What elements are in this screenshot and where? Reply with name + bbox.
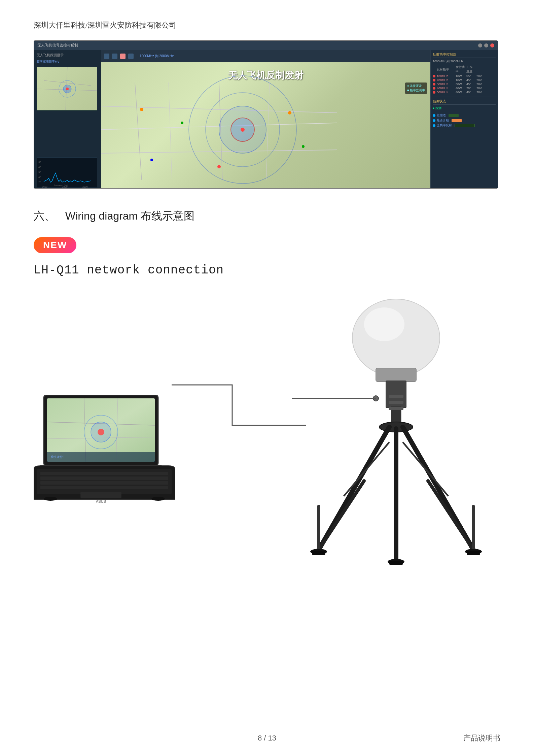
left-panel: 无人飞机探测显示 频率探测频率MV bbox=[34, 50, 101, 188]
table-row-4: 400MHz 40W 28° 28V bbox=[433, 87, 496, 90]
row4-temp: 28° bbox=[466, 87, 475, 90]
ch2-indicator bbox=[452, 119, 462, 122]
mini-map bbox=[37, 67, 97, 110]
svg-point-32 bbox=[217, 165, 221, 168]
table-header-row: 发射频率 发射功率 工作温度 bbox=[433, 65, 496, 74]
table-row-1: 100MHz 10W 55° 28V bbox=[433, 74, 496, 78]
svg-point-26 bbox=[241, 128, 245, 132]
svg-point-29 bbox=[288, 111, 291, 114]
row5-power: 40W bbox=[456, 91, 465, 94]
svg-line-19 bbox=[169, 83, 172, 180]
page-manual: 产品说明书 bbox=[463, 733, 500, 743]
control-freq-range: 1000MHz 到 2000MHz bbox=[433, 59, 496, 64]
svg-rect-51 bbox=[81, 492, 121, 498]
page-container: 深圳大仟里科技/深圳雷火安防科技有限公司 无人飞机信号监控与反制 无人飞机探测显… bbox=[0, 0, 534, 756]
toolbar-btn-1[interactable] bbox=[104, 54, 109, 59]
svg-text:-30: -30 bbox=[38, 161, 41, 163]
control-panel-title: 反射功率控制器 bbox=[433, 52, 496, 58]
section-title: Wiring diagram 布线示意图 bbox=[65, 209, 194, 224]
svg-line-70 bbox=[403, 442, 448, 496]
diagram-container: 系统运行中 ASUS bbox=[34, 291, 500, 594]
maximize-btn[interactable] bbox=[484, 43, 488, 47]
col-freq: 发射频率 bbox=[437, 67, 454, 72]
row2-power: 10W bbox=[456, 78, 465, 82]
connection-wire-svg bbox=[165, 358, 367, 493]
row1-volt: 28V bbox=[476, 74, 482, 78]
map-area: 无人飞机反制发射 bbox=[101, 62, 430, 188]
detect-section: 侦测状态 ● 探测 bbox=[433, 97, 496, 110]
svg-point-28 bbox=[181, 122, 183, 124]
svg-point-30 bbox=[302, 145, 305, 148]
svg-rect-78 bbox=[389, 401, 403, 404]
main-content: 1000MHz 到 2000MHz 无人飞机反制发射 bbox=[101, 50, 430, 188]
svg-line-18 bbox=[135, 83, 142, 180]
svg-rect-48 bbox=[40, 476, 168, 480]
svg-text:-40: -40 bbox=[38, 166, 41, 168]
row4-volt: 28V bbox=[476, 87, 482, 90]
toolbar-btn-2[interactable] bbox=[112, 54, 117, 59]
software-titlebar: 无人飞机信号监控与反制 bbox=[34, 41, 498, 50]
ch3-label: 全功率发射 bbox=[437, 123, 452, 128]
control-panel: 反射功率控制器 1000MHz 到 2000MHz 发射频率 发射功率 工作温度… bbox=[430, 50, 498, 188]
row3-dot bbox=[433, 83, 435, 86]
row4-freq: 400MHz bbox=[437, 87, 454, 90]
network-title: LH-Q11 network connection bbox=[34, 263, 500, 277]
toolbar-freq-range: 1000MHz 到 2000MHz bbox=[140, 54, 174, 59]
row2-dot bbox=[433, 79, 435, 81]
svg-point-5 bbox=[66, 88, 69, 90]
svg-rect-47 bbox=[40, 472, 168, 475]
main-toolbar: 1000MHz 到 2000MHz bbox=[101, 50, 430, 62]
svg-line-67 bbox=[428, 481, 473, 550]
mini-map-svg bbox=[37, 67, 97, 110]
row5-temp: 40° bbox=[466, 91, 475, 94]
ch-row-1: 总信道 bbox=[433, 113, 496, 118]
laptop-svg: 系统运行中 ASUS bbox=[34, 395, 175, 510]
ch3-dot bbox=[433, 124, 435, 127]
detect-item: ● 探测 bbox=[433, 106, 496, 110]
ch2-dot bbox=[433, 119, 435, 122]
close-btn[interactable] bbox=[490, 43, 494, 47]
freq-chart-svg: -30 -40 -50 -60 -70 1600 2400 2900 Frequ… bbox=[37, 158, 97, 188]
svg-rect-77 bbox=[389, 395, 403, 398]
svg-rect-74 bbox=[312, 551, 325, 555]
row3-temp: 45° bbox=[466, 83, 475, 86]
ch1-dot bbox=[433, 114, 435, 117]
ch2-label: 是否开始 bbox=[437, 118, 449, 123]
row4-power: 40W bbox=[456, 87, 465, 90]
row5-volt: 28V bbox=[476, 91, 482, 94]
toolbar-btn-4[interactable] bbox=[128, 54, 134, 59]
row3-power: 30W bbox=[456, 83, 465, 86]
svg-line-17 bbox=[101, 150, 337, 153]
svg-point-42 bbox=[98, 429, 104, 435]
detect-title: 侦测状态 bbox=[433, 99, 496, 105]
left-panel-title: 无人飞机探测显示 bbox=[37, 53, 98, 58]
window-controls bbox=[478, 43, 494, 47]
ch1-label: 总信道 bbox=[437, 113, 446, 118]
row1-dot bbox=[433, 75, 435, 77]
section-heading: 六、 Wiring diagram 布线示意图 bbox=[34, 209, 500, 224]
svg-point-31 bbox=[150, 159, 153, 161]
row4-dot bbox=[433, 87, 435, 90]
toolbar-btn-3[interactable] bbox=[120, 54, 126, 59]
ch-row-3: 全功率发射 bbox=[433, 123, 496, 128]
status-line-2: ■ 频率监测中 bbox=[407, 88, 425, 93]
section-number: 六、 bbox=[34, 209, 55, 224]
svg-text:2900: 2900 bbox=[82, 186, 88, 188]
company-header: 深圳大仟里科技/深圳雷火安防科技有限公司 bbox=[34, 20, 500, 30]
svg-point-54 bbox=[151, 497, 165, 501]
status-line-1: ● 连接正常 bbox=[407, 84, 425, 88]
svg-rect-76 bbox=[389, 561, 403, 565]
row1-temp: 55° bbox=[466, 74, 475, 78]
svg-line-21 bbox=[266, 83, 270, 180]
map-svg bbox=[101, 62, 430, 188]
freq-label: 频率探测频率MV bbox=[37, 60, 98, 64]
page-footer: 8 / 13 产品说明书 bbox=[0, 734, 534, 743]
software-body: 无人飞机探测显示 频率探测频率MV bbox=[34, 50, 498, 188]
new-badge: NEW bbox=[34, 237, 76, 253]
row1-power: 10W bbox=[456, 74, 465, 78]
row5-freq: 500MHz bbox=[437, 91, 454, 94]
svg-rect-58 bbox=[376, 368, 416, 382]
minimize-btn[interactable] bbox=[478, 43, 482, 47]
svg-text:Frequency [Hz]: Frequency [Hz] bbox=[54, 184, 68, 186]
ch1-indicator bbox=[449, 114, 459, 117]
